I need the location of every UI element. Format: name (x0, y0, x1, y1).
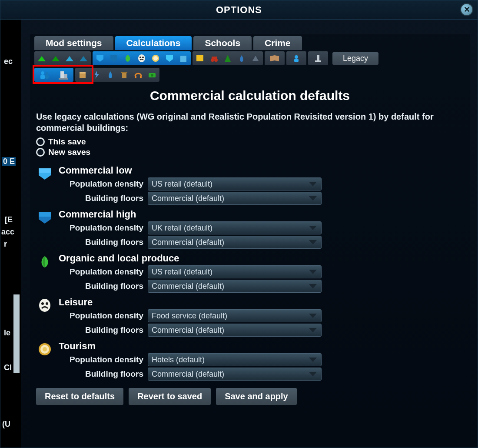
leisure-mask-icon[interactable] (135, 52, 148, 64)
com-high-icon[interactable] (107, 52, 120, 64)
goods-icon[interactable] (76, 69, 89, 81)
svg-marker-5 (110, 55, 117, 62)
radio-this-save[interactable]: This save (36, 137, 464, 147)
save-button[interactable]: Save and apply (216, 388, 297, 405)
close-button[interactable]: ✕ (460, 3, 473, 16)
category-body: Commercial highPopulation densityUK reta… (59, 209, 464, 250)
organic-produce-floors-dropdown[interactable]: Commercial (default) (148, 280, 322, 293)
tab-calculations[interactable]: Calculations (115, 36, 192, 50)
svg-rect-22 (315, 60, 321, 62)
icongroup-commercial[interactable] (93, 51, 191, 65)
revert-button[interactable]: Revert to saved (129, 388, 211, 405)
organic-icon[interactable] (121, 52, 134, 64)
svg-point-25 (46, 72, 48, 75)
subtab-population[interactable] (34, 68, 73, 82)
com-high-icon (36, 209, 53, 226)
farming-icon[interactable] (207, 52, 220, 64)
tourism-floors-dropdown[interactable]: Commercial (default) (148, 368, 322, 381)
res-high-icon[interactable] (49, 52, 62, 64)
people-subtab-icon[interactable] (35, 69, 53, 81)
setting-row: Building floorsCommercial (default) (59, 236, 464, 249)
dropdown-value: Commercial (default) (152, 326, 224, 335)
noise-headphones-icon[interactable] (132, 69, 145, 81)
category-title: Commercial high (59, 209, 464, 220)
education-book-icon[interactable] (266, 52, 284, 64)
mods-sidebar[interactable]: ec 0 E [E acc r le Cl (U (0, 20, 21, 448)
tab-crime[interactable]: Crime (253, 36, 302, 50)
icongroup-education[interactable] (265, 51, 285, 65)
chevron-down-icon (309, 270, 317, 274)
category-leisure: LeisurePopulation densityFood service (d… (30, 294, 470, 338)
svg-rect-34 (121, 72, 127, 73)
category-commercial-high: Commercial highPopulation densityUK reta… (30, 206, 470, 250)
category-tourism: TourismPopulation densityHotels (default… (30, 338, 470, 382)
chevron-down-icon (309, 328, 317, 332)
com-eco2-icon[interactable] (177, 52, 190, 64)
setting-label: Population density (59, 179, 143, 189)
res-eco-low-icon[interactable] (63, 52, 76, 64)
category-body: Commercial lowPopulation densityUS retai… (59, 165, 464, 206)
chevron-down-icon (309, 284, 317, 288)
oil-icon[interactable] (235, 52, 248, 64)
office-icon[interactable] (193, 52, 206, 64)
commercial-high-density-dropdown[interactable]: UK retail (default) (148, 221, 322, 234)
svg-rect-24 (40, 75, 45, 79)
radio-icon (36, 148, 45, 157)
tourism-coin-icon[interactable] (149, 52, 162, 64)
organic-produce-density-dropdown[interactable]: US retail (default) (148, 265, 322, 278)
income-cash-icon[interactable] (146, 69, 159, 81)
radio-icon (36, 137, 45, 146)
power-bolt-icon[interactable] (90, 69, 103, 81)
commercial-low-floors-dropdown[interactable]: Commercial (default) (148, 192, 322, 205)
sidebar-frag: [E (5, 215, 13, 224)
monument-icon[interactable] (309, 52, 327, 64)
commercial-low-density-dropdown[interactable]: US retail (default) (148, 177, 322, 191)
icongroup-residential[interactable] (34, 51, 91, 65)
setting-row: Building floorsCommercial (default) (59, 324, 464, 337)
sidebar-frag: r (4, 240, 7, 249)
sidebar-scrollbar-thumb[interactable] (13, 294, 20, 373)
icongroup-monument[interactable] (308, 51, 328, 65)
setting-label: Population density (59, 355, 143, 364)
svg-marker-42 (39, 212, 51, 217)
citizen-icon[interactable] (287, 52, 305, 64)
ore-icon[interactable] (249, 52, 262, 64)
icongroup-industry[interactable] (193, 51, 263, 65)
setting-label: Building floors (59, 281, 143, 291)
svg-point-48 (43, 347, 47, 351)
com-eco-icon[interactable] (163, 52, 176, 64)
reset-button[interactable]: Reset to defaults (36, 388, 123, 405)
leisure-density-dropdown[interactable]: Food service (default) (148, 309, 322, 322)
dropdown-value: Commercial (default) (152, 282, 224, 291)
tab-schools[interactable]: Schools (193, 36, 252, 50)
setting-row: Building floorsCommercial (default) (59, 368, 464, 381)
chevron-down-icon (309, 372, 317, 376)
svg-rect-28 (64, 74, 67, 78)
category-body: Organic and local producePopulation dens… (59, 253, 464, 294)
content-panel: Mod settings Calculations Schools Crime (30, 34, 470, 443)
com-low-icon[interactable] (93, 52, 106, 64)
res-low-icon[interactable] (35, 52, 48, 64)
primary-tabs: Mod settings Calculations Schools Crime (30, 34, 470, 50)
tourism-density-dropdown[interactable]: Hotels (default) (148, 353, 322, 366)
category-iconbar: Legacy (30, 50, 470, 67)
forestry-icon[interactable] (221, 52, 234, 64)
res-eco-high-icon[interactable] (77, 52, 90, 64)
svg-point-43 (39, 299, 50, 312)
tab-mod-settings[interactable]: Mod settings (34, 36, 113, 50)
dropdown-value: Commercial (default) (152, 194, 224, 203)
dropdown-value: Commercial (default) (152, 370, 224, 379)
dropdown-value: Food service (default) (152, 311, 227, 321)
commercial-high-floors-dropdown[interactable]: Commercial (default) (148, 236, 322, 249)
svg-point-8 (142, 57, 144, 58)
building-subtab-icon[interactable] (54, 69, 73, 81)
leisure-floors-dropdown[interactable]: Commercial (default) (148, 324, 322, 337)
garbage-icon[interactable] (118, 69, 131, 81)
icongroup-citizen[interactable] (286, 51, 306, 65)
water-drop-icon[interactable] (104, 69, 117, 81)
svg-marker-1 (52, 56, 60, 61)
svg-point-10 (153, 56, 158, 60)
subtab-consumption[interactable] (75, 68, 159, 82)
legacy-button[interactable]: Legacy (332, 52, 378, 65)
radio-new-saves[interactable]: New saves (36, 147, 464, 157)
